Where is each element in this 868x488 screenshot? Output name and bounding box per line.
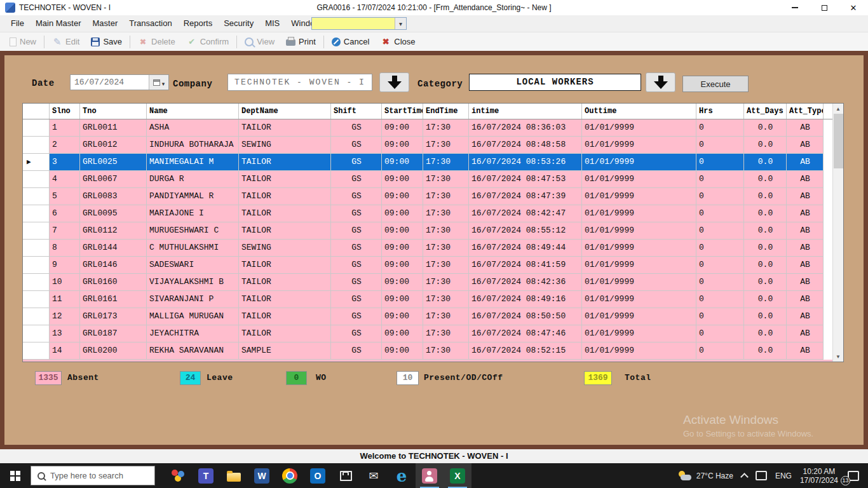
grid-row[interactable]: 13GRL0187JEYACHITRATAILORGS09:0017:3016/… (23, 325, 843, 342)
scroll-up-icon[interactable] (833, 104, 843, 114)
row-selector[interactable] (23, 325, 50, 342)
grid-row[interactable]: 12GRL0173MALLIGA MURUGANTAILORGS09:0017:… (23, 308, 843, 325)
start-button[interactable] (0, 463, 31, 488)
grid-row[interactable]: 8GRL0144C MUTHULAKSHMISEWINGGS09:0017:30… (23, 240, 843, 257)
execute-button[interactable]: Execute (682, 76, 749, 92)
menu-mis[interactable]: MIS (259, 15, 285, 32)
menu-transaction[interactable]: Transaction (123, 15, 177, 32)
cell-name: C MUTHULAKSHMI (147, 240, 239, 257)
cancel-button[interactable]: Cancel (326, 35, 375, 48)
menu-main-master[interactable]: Main Master (30, 15, 87, 32)
save-button[interactable]: Save (85, 35, 128, 48)
row-selector[interactable] (23, 119, 50, 137)
company-load-button[interactable] (379, 72, 409, 92)
monitor-icon[interactable] (756, 471, 767, 480)
column-header-shift[interactable]: Shift (331, 104, 382, 119)
row-selector[interactable] (23, 188, 50, 205)
delete-button[interactable]: Delete (132, 35, 181, 49)
column-header-att_days[interactable]: Att_Days (744, 104, 787, 119)
clock[interactable]: 10:20 AM 17/07/2024 (800, 467, 838, 485)
date-picker-button[interactable] (149, 75, 168, 90)
file-explorer-taskbar-button[interactable] (220, 463, 248, 488)
cell-endtime: 17:30 (423, 291, 469, 308)
excel-taskbar-button[interactable] (444, 463, 471, 488)
column-header-deptname[interactable]: DeptName (239, 104, 331, 119)
column-header-outtime[interactable]: Outtime (582, 104, 696, 119)
row-selector[interactable] (23, 205, 50, 222)
company-label: Company (173, 79, 212, 89)
row-selector[interactable] (23, 308, 50, 325)
row-selector[interactable] (23, 137, 50, 154)
menu-master[interactable]: Master (86, 15, 123, 32)
mail-taskbar-button[interactable] (360, 463, 388, 488)
grid-row[interactable]: 6GRL0095MARIAJONE ITAILORGS09:0017:3016/… (23, 205, 843, 222)
close-button[interactable]: Close (375, 35, 421, 49)
weather-widget[interactable]: 27°C Haze (678, 471, 733, 481)
language-indicator[interactable]: ENG (775, 471, 792, 480)
people-taskbar-button[interactable] (416, 463, 444, 488)
maximize-button[interactable] (810, 0, 839, 15)
menu-reports[interactable]: Reports (178, 15, 219, 32)
row-selector[interactable] (23, 291, 50, 308)
row-selector[interactable] (23, 274, 50, 291)
leave-label: Leave (207, 373, 233, 383)
activate-windows-watermark: Activate Windows Go to Settings to activ… (683, 413, 813, 438)
row-selector[interactable] (23, 342, 50, 360)
row-selector[interactable] (23, 257, 50, 274)
category-input[interactable]: LOCAL WORKERS (469, 74, 641, 91)
row-selector[interactable]: ▶ (23, 154, 50, 171)
grid-row[interactable]: 4GRL0067DURGA RTAILORGS09:0017:3016/07/2… (23, 171, 843, 188)
teams-taskbar-button[interactable] (192, 463, 220, 488)
edit-button[interactable]: Edit (46, 35, 85, 49)
colorful-app-taskbar-button[interactable] (164, 463, 192, 488)
category-load-button[interactable] (646, 72, 675, 92)
scroll-thumb[interactable] (834, 114, 843, 168)
grid-row[interactable]: 2GRL0012INDHURA BOTHARAJASEWINGGS09:0017… (23, 137, 843, 154)
grid-row[interactable]: 9GRL0146SADESWARITAILORGS09:0017:3016/07… (23, 257, 843, 274)
outlook-taskbar-button[interactable] (304, 463, 332, 488)
row-selector[interactable] (23, 171, 50, 188)
grid-row[interactable]: 14GRL0200REKHA SARAVANANSAMPLEGS09:0017:… (23, 342, 843, 360)
column-header-hrs[interactable]: Hrs (696, 104, 744, 119)
row-selector[interactable] (23, 240, 50, 257)
grid-row[interactable]: 10GRL0160VIJAYALAKSHMI BTAILORGS09:0017:… (23, 274, 843, 291)
chrome-taskbar-button[interactable] (276, 463, 304, 488)
grid-row[interactable]: 11GRL0161SIVARANJANI PTAILORGS09:0017:30… (23, 291, 843, 308)
menu-file[interactable]: File (5, 15, 30, 32)
minimize-button[interactable] (780, 0, 810, 15)
row-selector[interactable] (23, 222, 50, 240)
print-button[interactable]: Print (280, 35, 322, 48)
grid-row[interactable]: 1GRL0011ASHATAILORGS09:0017:3016/07/2024… (23, 119, 843, 137)
column-header-tno[interactable]: Tno (80, 104, 147, 119)
column-header-intime[interactable]: intime (469, 104, 582, 119)
grid-row[interactable]: 5GRL0083PANDIYAMMAL RTAILORGS09:0017:301… (23, 188, 843, 205)
column-header-slno[interactable]: Slno (50, 104, 80, 119)
new-button[interactable]: New (4, 35, 42, 48)
store-taskbar-button[interactable] (332, 463, 360, 488)
search-input[interactable]: Type here to search (31, 466, 155, 485)
column-header-att_type[interactable]: Att_Type (787, 104, 824, 119)
column-header-name[interactable]: Name (147, 104, 239, 119)
word-taskbar-button[interactable] (248, 463, 276, 488)
column-header-starttime[interactable]: StartTime (382, 104, 423, 119)
hidden-icons-chevron-icon[interactable] (740, 473, 749, 481)
action-center-button[interactable]: 13 (846, 468, 860, 484)
menu-security[interactable]: Security (218, 15, 259, 32)
cell-shift: GS (331, 257, 382, 274)
cell-intime: 16/07/2024 08:36:03 (469, 119, 582, 137)
close-window-button[interactable] (839, 0, 868, 15)
grid-row[interactable]: 7GRL0112MURUGESHWARI CTAILORGS09:0017:30… (23, 222, 843, 240)
grid-vertical-scrollbar[interactable] (832, 104, 843, 362)
edge-taskbar-button[interactable] (388, 463, 416, 488)
view-button[interactable]: View (239, 35, 280, 48)
confirm-button[interactable]: Confirm (181, 35, 235, 49)
company-input[interactable]: TECHNOTEK - WOVEN - I (227, 74, 372, 91)
edit-pencil-icon (52, 37, 62, 47)
chevron-down-icon[interactable] (395, 18, 406, 29)
cell-endtime: 17:30 (423, 171, 469, 188)
scroll-down-icon[interactable] (833, 351, 843, 362)
column-header-endtime[interactable]: EndTime (423, 104, 469, 119)
grid-row[interactable]: ▶3GRL0025MANIMEGALAI MTAILORGS09:0017:30… (23, 154, 843, 171)
form-selector-combo[interactable] (311, 17, 407, 30)
date-input[interactable]: 16/07/2024 (70, 74, 169, 90)
